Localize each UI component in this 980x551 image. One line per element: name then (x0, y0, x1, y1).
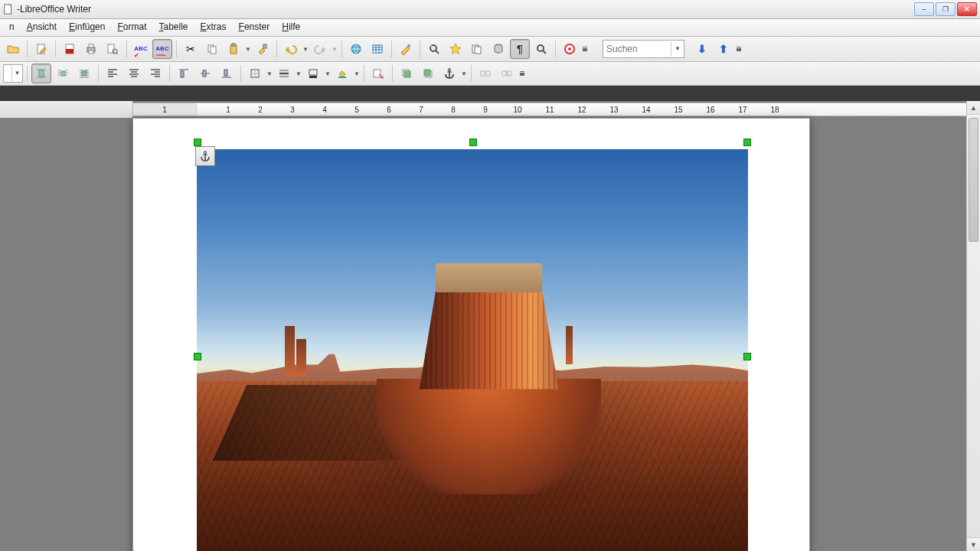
menu-extras[interactable]: Extras (194, 19, 233, 36)
format-paintbrush-icon[interactable] (253, 39, 273, 59)
find-previous-icon[interactable]: ⬆ (714, 39, 733, 59)
menu-format[interactable]: Format (111, 19, 152, 36)
background-color-dropdown[interactable]: ▼ (354, 64, 360, 83)
svg-rect-44 (404, 71, 410, 77)
align-center-icon[interactable] (124, 64, 144, 83)
print-icon[interactable] (81, 39, 101, 59)
help-icon[interactable] (560, 39, 580, 59)
wrap-off-icon[interactable] (31, 64, 51, 83)
auto-spellcheck-icon[interactable]: ABC~~~ (152, 39, 172, 59)
horizontal-ruler[interactable]: 1 1 2 3 4 5 6 7 8 9 10 11 12 13 14 15 16… (132, 103, 967, 116)
link-frames-icon[interactable] (475, 64, 495, 83)
svg-rect-39 (309, 70, 317, 75)
hyperlink-icon[interactable] (346, 39, 366, 59)
edit-file-icon[interactable] (31, 39, 51, 59)
toolbar-overflow[interactable] (581, 40, 589, 58)
paste-icon[interactable] (224, 39, 243, 59)
copy-icon[interactable] (202, 39, 222, 59)
anchor-icon[interactable] (439, 64, 459, 83)
resize-handle-tc[interactable] (469, 139, 477, 146)
nonprinting-chars-icon[interactable]: ¶ (510, 39, 530, 59)
align-vcenter-icon[interactable] (195, 64, 215, 83)
titlebar: - LibreOffice Writer – ❐ ✕ (0, 0, 980, 19)
style-combo-dropdown[interactable]: ▼ (11, 66, 22, 81)
gallery-icon[interactable] (467, 39, 487, 59)
open-icon[interactable] (3, 39, 23, 59)
anchor-dropdown[interactable]: ▼ (461, 64, 467, 83)
ruler-mark: 14 (642, 106, 650, 114)
ruler-mark: 9 (483, 106, 488, 114)
scroll-down-icon[interactable]: ▼ (967, 537, 980, 551)
search-dropdown[interactable]: ▼ (671, 41, 684, 57)
resize-handle-tl[interactable] (194, 139, 201, 146)
navigator-icon[interactable] (446, 39, 466, 59)
scroll-up-icon[interactable]: ▲ (967, 101, 980, 115)
cut-icon[interactable]: ✂ (181, 39, 201, 59)
selected-image-frame[interactable] (197, 142, 748, 551)
print-preview-icon[interactable] (103, 39, 122, 59)
undo-icon[interactable] (281, 39, 301, 59)
find-replace-icon[interactable] (424, 39, 444, 59)
frame-properties-icon[interactable] (368, 64, 388, 83)
svg-point-17 (407, 44, 410, 47)
menu-fenster[interactable]: Fenster (233, 19, 276, 36)
anchor-indicator-icon[interactable] (195, 146, 215, 166)
wrap-page-icon[interactable] (53, 64, 73, 83)
svg-point-26 (568, 47, 571, 51)
close-button[interactable]: ✕ (957, 2, 977, 16)
find-next-icon[interactable]: ⬇ (692, 39, 712, 59)
scroll-thumb[interactable] (969, 118, 978, 242)
find-toolbar-overflow[interactable] (735, 40, 743, 58)
align-bottom-icon[interactable] (217, 64, 237, 83)
unlink-frames-icon[interactable] (497, 64, 517, 83)
ruler-mark: 17 (738, 106, 746, 114)
send-to-back-icon[interactable] (418, 64, 438, 83)
menu-tabelle[interactable]: Tabelle (152, 19, 194, 36)
redo-icon[interactable] (310, 39, 330, 59)
ruler-mark: 13 (609, 106, 618, 114)
separator (55, 41, 56, 57)
border-color-icon[interactable] (303, 64, 323, 83)
menu-hilfe[interactable]: Hilfe (276, 19, 306, 36)
search-input[interactable] (603, 41, 671, 57)
bring-to-front-icon[interactable] (397, 64, 416, 83)
borders-dropdown[interactable]: ▼ (266, 64, 273, 83)
borders-icon[interactable] (245, 64, 265, 83)
frame-toolbar-overflow[interactable] (518, 64, 526, 83)
style-combo[interactable]: ▼ (3, 64, 23, 83)
wrap-through-icon[interactable] (74, 64, 94, 83)
data-sources-icon[interactable] (488, 39, 508, 59)
ruler-mark: 3 (290, 106, 295, 114)
svg-rect-12 (230, 45, 237, 54)
zoom-icon[interactable] (531, 39, 551, 59)
border-style-icon[interactable] (274, 64, 294, 83)
menu-bearbeiten-partial[interactable]: n (3, 19, 21, 36)
spellcheck-icon[interactable]: ABC✔ (131, 39, 151, 59)
border-color-dropdown[interactable]: ▼ (325, 64, 331, 83)
menu-einfuegen[interactable]: Einfügen (63, 19, 111, 36)
resize-handle-mr[interactable] (743, 353, 751, 360)
insert-table-icon[interactable] (368, 39, 387, 59)
document-page[interactable] (132, 118, 810, 551)
align-left-icon[interactable] (103, 64, 122, 83)
export-pdf-icon[interactable] (60, 39, 80, 59)
undo-dropdown[interactable]: ▼ (302, 40, 309, 58)
svg-rect-42 (374, 70, 381, 77)
maximize-button[interactable]: ❐ (936, 2, 956, 16)
align-top-icon[interactable] (174, 64, 194, 83)
menu-ansicht[interactable]: Ansicht (21, 19, 63, 36)
vertical-scrollbar[interactable]: ▲ ▼ (966, 101, 980, 551)
show-draw-functions-icon[interactable] (396, 39, 416, 59)
svg-line-9 (116, 53, 118, 54)
embedded-image[interactable] (197, 149, 748, 551)
align-right-icon[interactable] (145, 64, 165, 83)
ruler-mark: 2 (258, 106, 263, 114)
paste-dropdown[interactable]: ▼ (245, 40, 251, 58)
resize-handle-tr[interactable] (743, 139, 751, 146)
border-style-dropdown[interactable]: ▼ (296, 64, 302, 83)
resize-handle-ml[interactable] (194, 353, 201, 360)
background-color-icon[interactable] (332, 64, 352, 83)
redo-dropdown[interactable]: ▼ (332, 40, 338, 58)
minimize-button[interactable]: – (914, 2, 934, 16)
svg-rect-7 (108, 44, 114, 53)
